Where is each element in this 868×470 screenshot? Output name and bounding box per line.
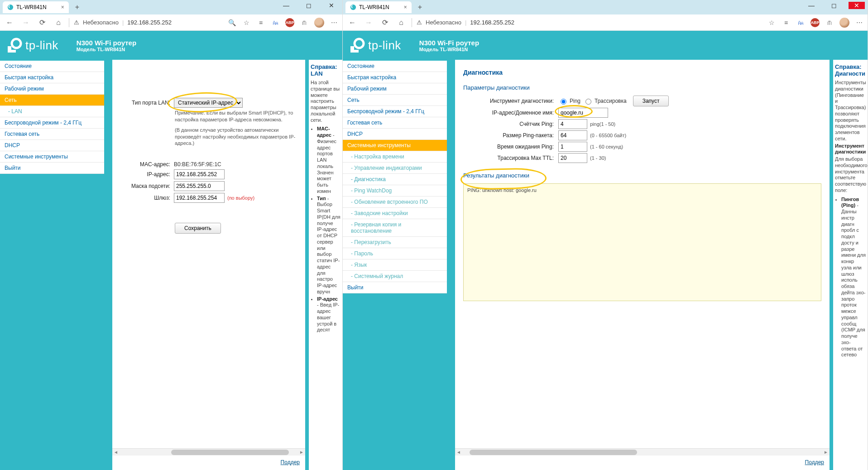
host-label: IP-адрес/Доменное имя: [463,110,554,116]
window-close-icon[interactable]: ✕ [323,2,340,9]
window-maximize-icon[interactable]: ◻ [301,2,317,9]
forward-icon[interactable]: → [363,19,374,27]
address-bar[interactable]: ⚠ Небезопасно | 192.168.255.252 [417,19,762,26]
adblock-ext-icon[interactable]: ABP [810,18,820,27]
hscrollbar[interactable]: ◄ ► [112,448,305,456]
search-ext-icon[interactable]: 🔍 [227,18,236,27]
help-intro: На этой странице вы можете настроить пар… [311,80,340,123]
help-title: Справка: Диагности [835,63,866,77]
help-b1t: Физичес адрес портов LAN локаль Значен м… [317,139,336,194]
database-ext-icon[interactable]: ≡ [256,18,265,27]
sidebar-item-workmode[interactable]: Рабочий режим [0,83,104,95]
sidebar-item-wireless[interactable]: Беспроводной режим - 2,4 ГГц [343,106,447,117]
support-link[interactable]: Поддер [281,459,300,465]
size-input[interactable] [558,130,587,140]
browser-menu-icon[interactable]: ⋯ [855,18,864,27]
browser-chrome: TL-WR841N × + — ◻ ✕ ← → ⟳ ⌂ ⚠ Небезопасн… [0,0,342,31]
logo-mark-icon [6,37,23,53]
sidebar-item-reboot[interactable]: - Перезагрузить [343,237,447,248]
sidebar-item-firmware[interactable]: - Обновление встроенного ПО [343,197,447,208]
host-input[interactable] [558,108,608,118]
new-tab-button[interactable]: + [72,3,82,11]
count-input[interactable] [558,119,587,129]
favorites-ext-icon[interactable]: ⫙ [825,18,834,27]
run-diag-button[interactable]: Запуст [633,96,669,106]
gw-input[interactable] [174,193,225,203]
ping-radio[interactable] [561,99,566,105]
sidebar-item-workmode[interactable]: Рабочий режим [343,83,447,95]
sidebar-item-status[interactable]: Состояние [0,61,104,72]
sidebar-item-backup[interactable]: - Резервная копия и восстановление [343,219,447,237]
product-title: N300 Wi-Fi роутер [77,39,136,47]
sidebar-item-systemtools[interactable]: Системные инструменты [343,140,447,151]
sidebar-item-leds[interactable]: - Управление индикаторами [343,163,447,174]
window-close-icon[interactable]: ✕ [849,2,865,9]
sidebar-item-dhcp[interactable]: DHCP [0,140,104,151]
favorites-ext-icon[interactable]: ⫙ [300,18,309,27]
sidebar-item-guest[interactable]: Гостевая сеть [0,129,104,140]
sidebar-item-language[interactable]: - Язык [343,259,447,271]
profile-avatar-icon[interactable] [839,18,849,28]
home-icon[interactable]: ⌂ [395,19,407,27]
tab-close-icon[interactable]: × [61,4,64,10]
sidebar-item-network[interactable]: Сеть [343,95,447,106]
timeout-input[interactable] [558,142,587,152]
logo-text: tp-link [25,38,58,53]
back-icon[interactable]: ← [346,19,358,27]
mac-value: B0:BE:76:5F:9E:1C [174,161,221,168]
support-link[interactable]: Поддер [805,459,824,465]
adblock-ext-icon[interactable]: ABP [285,18,294,27]
favorite-icon[interactable]: ☆ [767,18,776,27]
refresh-icon[interactable]: ⟳ [379,18,391,27]
browser-tab[interactable]: TL-WR841N × [3,1,69,13]
size-label: Размер Ping-пакета: [463,132,554,139]
home-icon[interactable]: ⌂ [53,19,64,27]
translate-ext-icon[interactable]: 🗛 [271,18,280,27]
tab-title: TL-WR841N [359,4,389,10]
forward-icon[interactable]: → [20,19,32,27]
sidebar-item-guest[interactable]: Гостевая сеть [343,117,447,129]
ttl-input[interactable] [558,153,587,163]
sidebar-item-quicksetup[interactable]: Быстрая настройка [0,72,104,83]
sidebar-item-lan[interactable]: - LAN [0,106,104,117]
sidebar-item-pingwatchdog[interactable]: - Ping WatchDog [343,185,447,197]
new-tab-button[interactable]: + [415,3,425,11]
tp-link-logo: tp-link [349,37,401,53]
help-panel: Справка: Диагности Инструменты диагности… [833,60,868,470]
sidebar-item-quicksetup[interactable]: Быстрая настройка [343,72,447,83]
tab-close-icon[interactable]: × [404,4,407,10]
svg-point-5 [355,39,364,48]
ip-input[interactable] [174,169,225,179]
sidebar-item-status[interactable]: Состояние [343,61,447,72]
refresh-icon[interactable]: ⟳ [36,18,48,27]
database-ext-icon[interactable]: ≡ [782,18,791,27]
sidebar-item-systemtools[interactable]: Системные инструменты [0,151,104,163]
hscrollbar[interactable]: ◄ ► [455,448,830,456]
sidebar-item-password[interactable]: - Пароль [343,248,447,259]
window-minimize-icon[interactable]: — [803,2,820,9]
security-label: Небезопасно [83,19,119,26]
window-minimize-icon[interactable]: — [278,2,294,9]
save-button[interactable]: Сохранить [175,223,221,234]
sidebar-item-factory[interactable]: - Заводские настройки [343,208,447,219]
sidebar-item-logout[interactable]: Выйти [343,282,447,293]
browser-menu-icon[interactable]: ⋯ [330,18,339,27]
sidebar-item-dhcp[interactable]: DHCP [343,129,447,140]
lan-port-type-select[interactable]: Статический IP-адрес [174,98,243,108]
profile-avatar-icon[interactable] [314,18,324,28]
sidebar-item-wireless[interactable]: Беспроводной режим - 2,4 ГГц [0,117,104,129]
sidebar-item-diagnostics[interactable]: - Диагностика [343,174,447,185]
back-icon[interactable]: ← [4,19,15,27]
trace-radio[interactable] [585,99,591,105]
sidebar-item-logout[interactable]: Выйти [0,163,104,174]
browser-tab[interactable]: TL-WR841N × [345,1,412,13]
sidebar-item-time[interactable]: - Настройка времени [343,151,447,163]
lan-port-type-label: Тип порта LAN: [120,100,170,106]
sidebar-item-network[interactable]: Сеть [0,95,104,106]
sidebar-item-syslog[interactable]: - Системный журнал [343,271,447,282]
favorite-icon[interactable]: ☆ [242,18,251,27]
mask-input[interactable] [174,181,225,191]
address-bar[interactable]: ⚠ Небезопасно | 192.168.255.252 [74,19,223,26]
window-maximize-icon[interactable]: ◻ [826,2,842,9]
translate-ext-icon[interactable]: 🗛 [796,18,805,27]
